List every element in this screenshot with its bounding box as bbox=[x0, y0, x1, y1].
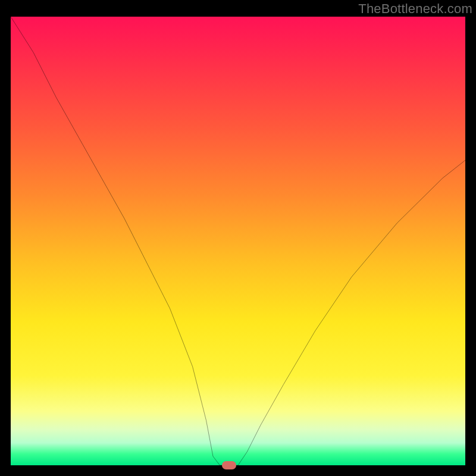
watermark-text: TheBottleneck.com bbox=[358, 1, 472, 17]
curve-path bbox=[11, 17, 465, 465]
plot-area bbox=[11, 17, 465, 465]
chart-frame: TheBottleneck.com bbox=[0, 0, 476, 476]
optimum-marker bbox=[222, 461, 236, 469]
bottleneck-curve bbox=[11, 17, 465, 465]
